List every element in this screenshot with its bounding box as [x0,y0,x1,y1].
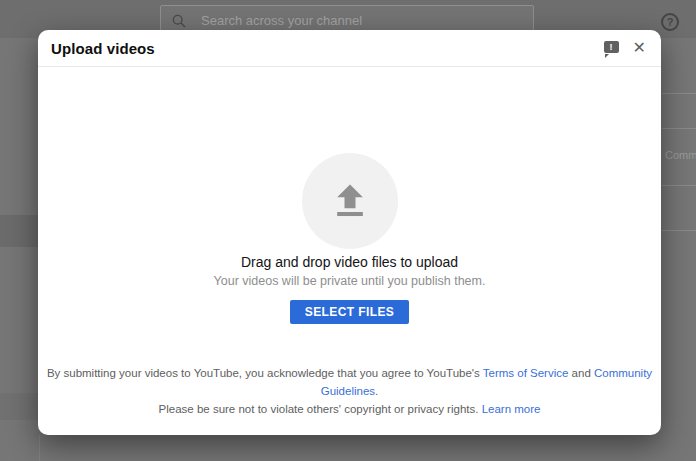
comments-column-header: Comments [665,149,696,163]
help-glyph: ? [667,16,674,28]
select-files-label: SELECT FILES [305,305,394,319]
close-icon[interactable]: ✕ [632,39,647,57]
youtube-studio-screen: Search across your channel ? Comments Up… [0,0,696,461]
background-sidebar-item [0,393,38,420]
footer-line-2: Please be sure not to violate others' co… [38,400,661,418]
background-table-divider [662,185,696,186]
dropzone-subtitle: Your videos will be private until you pu… [214,274,486,288]
help-icon[interactable]: ? [661,13,679,31]
feedback-icon: ! [604,41,619,53]
terms-of-service-link[interactable]: Terms of Service [483,367,569,379]
background-sidebar-edge [39,435,40,461]
footer-text: . [375,385,378,397]
dialog-footer: By submitting your videos to YouTube, yo… [38,364,661,418]
feedback-icon-tail [605,54,609,58]
footer-text: and [568,367,594,379]
dialog-body: Drag and drop video files to upload Your… [38,67,661,435]
search-placeholder: Search across your channel [201,13,362,28]
background-table-divider [662,128,696,129]
background-sidebar-selected-item [0,215,38,247]
dialog-header: Upload videos ! ✕ [38,30,661,67]
send-feedback-button[interactable]: ! [604,41,619,55]
dialog-header-actions: ! ✕ [604,39,647,57]
feedback-exclamation: ! [610,43,613,52]
footer-text: Please be sure not to violate others' co… [159,403,482,415]
upload-arrow-icon [328,179,372,223]
footer-text: By submitting your videos to YouTube, yo… [47,367,483,379]
learn-more-link[interactable]: Learn more [482,403,541,415]
upload-dropzone-circle[interactable] [302,153,398,249]
background-table-divider [662,93,696,94]
dropzone-title: Drag and drop video files to upload [241,254,458,270]
select-files-button[interactable]: SELECT FILES [290,300,409,324]
background-table-divider [662,230,696,231]
footer-line-1: By submitting your videos to YouTube, yo… [38,364,661,400]
dialog-title: Upload videos [51,40,155,57]
upload-videos-dialog: Upload videos ! ✕ Drag and drop video fi… [38,30,661,435]
search-icon [171,13,187,29]
